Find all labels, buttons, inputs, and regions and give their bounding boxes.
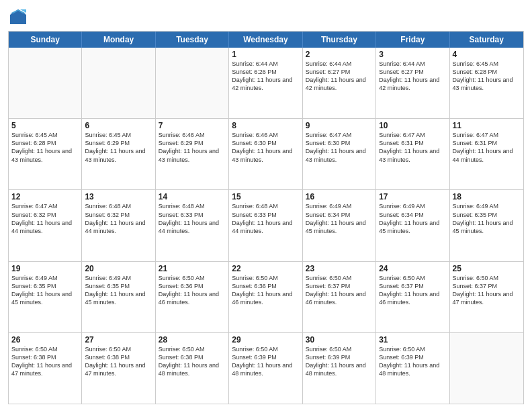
day-number: 15 — [232, 192, 299, 201]
cell-info: Sunrise: 6:50 AM Sunset: 6:37 PM Dayligh… — [306, 274, 373, 307]
cell-info: Sunrise: 6:47 AM Sunset: 6:31 PM Dayligh… — [453, 131, 521, 164]
calendar-cell: 4Sunrise: 6:45 AM Sunset: 6:28 PM Daylig… — [450, 48, 523, 118]
cell-info: Sunrise: 6:49 AM Sunset: 6:35 PM Dayligh… — [453, 202, 521, 235]
day-number: 7 — [159, 121, 226, 130]
calendar-row: 5Sunrise: 6:45 AM Sunset: 6:28 PM Daylig… — [9, 118, 523, 189]
calendar-cell: 16Sunrise: 6:49 AM Sunset: 6:34 PM Dayli… — [303, 190, 376, 261]
cell-info: Sunrise: 6:50 AM Sunset: 6:36 PM Dayligh… — [232, 274, 299, 307]
day-number: 4 — [453, 50, 521, 59]
day-number: 24 — [379, 264, 446, 273]
day-number: 11 — [453, 121, 521, 130]
logo-icon — [8, 7, 28, 27]
day-number: 19 — [11, 264, 79, 273]
calendar-cell — [450, 333, 523, 404]
cell-info: Sunrise: 6:50 AM Sunset: 6:38 PM Dayligh… — [11, 345, 79, 378]
day-number: 5 — [11, 121, 79, 130]
day-number: 16 — [306, 192, 373, 201]
cell-info: Sunrise: 6:48 AM Sunset: 6:33 PM Dayligh… — [232, 202, 299, 235]
calendar-cell: 1Sunrise: 6:44 AM Sunset: 6:26 PM Daylig… — [229, 48, 302, 118]
calendar-cell: 20Sunrise: 6:49 AM Sunset: 6:35 PM Dayli… — [82, 262, 155, 332]
day-number: 23 — [306, 264, 373, 273]
calendar-cell: 31Sunrise: 6:50 AM Sunset: 6:39 PM Dayli… — [376, 333, 449, 404]
calendar-cell: 23Sunrise: 6:50 AM Sunset: 6:37 PM Dayli… — [303, 262, 376, 332]
day-number: 28 — [159, 335, 226, 345]
calendar-cell — [9, 48, 82, 118]
weekday-header: Saturday — [450, 32, 523, 48]
cell-info: Sunrise: 6:50 AM Sunset: 6:39 PM Dayligh… — [232, 345, 299, 378]
calendar-cell: 21Sunrise: 6:50 AM Sunset: 6:36 PM Dayli… — [156, 262, 229, 332]
calendar-cell: 22Sunrise: 6:50 AM Sunset: 6:36 PM Dayli… — [229, 262, 302, 332]
svg-marker-0 — [10, 9, 26, 24]
calendar-row: 19Sunrise: 6:49 AM Sunset: 6:35 PM Dayli… — [9, 261, 523, 332]
calendar-cell: 25Sunrise: 6:50 AM Sunset: 6:37 PM Dayli… — [450, 262, 523, 332]
day-number: 3 — [379, 50, 446, 59]
weekday-header: Tuesday — [156, 32, 229, 48]
calendar-cell: 28Sunrise: 6:50 AM Sunset: 6:38 PM Dayli… — [156, 333, 229, 404]
cell-info: Sunrise: 6:50 AM Sunset: 6:39 PM Dayligh… — [379, 345, 446, 378]
page: SundayMondayTuesdayWednesdayThursdayFrid… — [0, 0, 532, 411]
cell-info: Sunrise: 6:46 AM Sunset: 6:30 PM Dayligh… — [232, 131, 299, 164]
calendar-cell: 27Sunrise: 6:50 AM Sunset: 6:38 PM Dayli… — [82, 333, 155, 404]
day-number: 10 — [379, 121, 446, 130]
calendar-row: 12Sunrise: 6:47 AM Sunset: 6:32 PM Dayli… — [9, 189, 523, 261]
calendar-cell — [82, 48, 155, 118]
day-number: 17 — [379, 192, 446, 201]
day-number: 29 — [232, 335, 299, 345]
logo — [8, 7, 31, 27]
calendar-cell: 30Sunrise: 6:50 AM Sunset: 6:39 PM Dayli… — [303, 333, 376, 404]
calendar-cell — [156, 48, 229, 118]
calendar-cell: 8Sunrise: 6:46 AM Sunset: 6:30 PM Daylig… — [229, 119, 302, 189]
cell-info: Sunrise: 6:49 AM Sunset: 6:35 PM Dayligh… — [11, 274, 79, 307]
cell-info: Sunrise: 6:49 AM Sunset: 6:34 PM Dayligh… — [306, 202, 373, 235]
calendar-cell: 2Sunrise: 6:44 AM Sunset: 6:27 PM Daylig… — [303, 48, 376, 118]
calendar-cell: 6Sunrise: 6:45 AM Sunset: 6:29 PM Daylig… — [82, 119, 155, 189]
header — [8, 7, 524, 27]
calendar-cell: 10Sunrise: 6:47 AM Sunset: 6:31 PM Dayli… — [376, 119, 449, 189]
cell-info: Sunrise: 6:46 AM Sunset: 6:29 PM Dayligh… — [159, 131, 226, 164]
day-number: 25 — [453, 264, 521, 273]
weekday-header: Wednesday — [229, 32, 302, 48]
weekday-header: Monday — [82, 32, 155, 48]
day-number: 26 — [11, 335, 79, 345]
cell-info: Sunrise: 6:50 AM Sunset: 6:37 PM Dayligh… — [453, 274, 521, 307]
cell-info: Sunrise: 6:49 AM Sunset: 6:35 PM Dayligh… — [85, 274, 152, 307]
calendar-cell: 14Sunrise: 6:48 AM Sunset: 6:33 PM Dayli… — [156, 190, 229, 261]
cell-info: Sunrise: 6:49 AM Sunset: 6:34 PM Dayligh… — [379, 202, 446, 235]
cell-info: Sunrise: 6:50 AM Sunset: 6:39 PM Dayligh… — [306, 345, 373, 378]
cell-info: Sunrise: 6:48 AM Sunset: 6:33 PM Dayligh… — [159, 202, 226, 235]
calendar-cell: 15Sunrise: 6:48 AM Sunset: 6:33 PM Dayli… — [229, 190, 302, 261]
calendar-cell: 17Sunrise: 6:49 AM Sunset: 6:34 PM Dayli… — [376, 190, 449, 261]
cell-info: Sunrise: 6:47 AM Sunset: 6:30 PM Dayligh… — [306, 131, 373, 164]
cell-info: Sunrise: 6:50 AM Sunset: 6:38 PM Dayligh… — [159, 345, 226, 378]
calendar-cell: 3Sunrise: 6:44 AM Sunset: 6:27 PM Daylig… — [376, 48, 449, 118]
day-number: 18 — [453, 192, 521, 201]
calendar-body: 1Sunrise: 6:44 AM Sunset: 6:26 PM Daylig… — [9, 48, 523, 404]
day-number: 9 — [306, 121, 373, 130]
cell-info: Sunrise: 6:44 AM Sunset: 6:27 PM Dayligh… — [379, 60, 446, 93]
day-number: 13 — [85, 192, 152, 201]
calendar-row: 1Sunrise: 6:44 AM Sunset: 6:26 PM Daylig… — [9, 48, 523, 118]
cell-info: Sunrise: 6:50 AM Sunset: 6:37 PM Dayligh… — [379, 274, 446, 307]
calendar-header: SundayMondayTuesdayWednesdayThursdayFrid… — [9, 32, 523, 48]
cell-info: Sunrise: 6:45 AM Sunset: 6:28 PM Dayligh… — [453, 60, 521, 93]
day-number: 6 — [85, 121, 152, 130]
day-number: 31 — [379, 335, 446, 345]
calendar-cell: 12Sunrise: 6:47 AM Sunset: 6:32 PM Dayli… — [9, 190, 82, 261]
cell-info: Sunrise: 6:44 AM Sunset: 6:27 PM Dayligh… — [306, 60, 373, 93]
cell-info: Sunrise: 6:47 AM Sunset: 6:32 PM Dayligh… — [11, 202, 79, 235]
calendar-cell: 11Sunrise: 6:47 AM Sunset: 6:31 PM Dayli… — [450, 119, 523, 189]
weekday-header: Thursday — [303, 32, 376, 48]
day-number: 14 — [159, 192, 226, 201]
day-number: 22 — [232, 264, 299, 273]
day-number: 1 — [232, 50, 299, 59]
weekday-header: Sunday — [9, 32, 82, 48]
cell-info: Sunrise: 6:48 AM Sunset: 6:32 PM Dayligh… — [85, 202, 152, 235]
cell-info: Sunrise: 6:44 AM Sunset: 6:26 PM Dayligh… — [232, 60, 299, 93]
calendar: SundayMondayTuesdayWednesdayThursdayFrid… — [8, 31, 524, 404]
day-number: 8 — [232, 121, 299, 130]
cell-info: Sunrise: 6:47 AM Sunset: 6:31 PM Dayligh… — [379, 131, 446, 164]
calendar-cell: 5Sunrise: 6:45 AM Sunset: 6:28 PM Daylig… — [9, 119, 82, 189]
cell-info: Sunrise: 6:50 AM Sunset: 6:38 PM Dayligh… — [85, 345, 152, 378]
calendar-cell: 29Sunrise: 6:50 AM Sunset: 6:39 PM Dayli… — [229, 333, 302, 404]
calendar-cell: 26Sunrise: 6:50 AM Sunset: 6:38 PM Dayli… — [9, 333, 82, 404]
